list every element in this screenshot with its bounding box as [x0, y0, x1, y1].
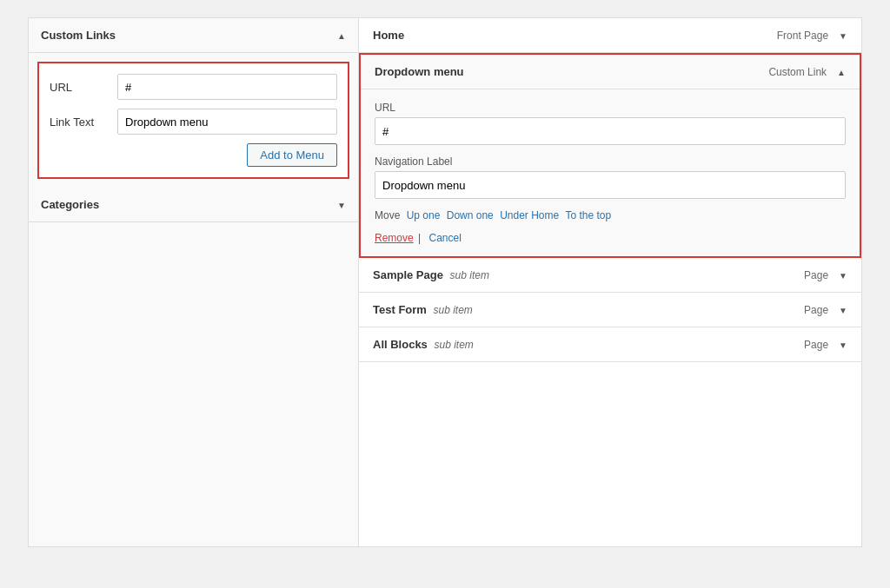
- custom-links-title: Custom Links: [41, 29, 116, 42]
- menu-item-sample: Sample Page sub item Page: [359, 258, 861, 293]
- testform-right: Page: [804, 303, 847, 316]
- separator: |: [418, 232, 421, 244]
- menu-item-testform-header[interactable]: Test Form sub item Page: [359, 293, 861, 327]
- move-up-one-link[interactable]: Up one: [407, 209, 441, 221]
- sample-sub-label: sub item: [450, 269, 489, 281]
- testform-chevron-icon: [839, 303, 847, 316]
- dropdown-nav-label: Navigation Label: [375, 155, 846, 168]
- move-to-top-link[interactable]: To the top: [566, 209, 612, 221]
- dropdown-title: Dropdown menu: [375, 65, 464, 78]
- sample-chevron-icon: [839, 268, 847, 281]
- move-row: Move Up one Down one Under Home To the t…: [375, 209, 846, 221]
- link-text-label: Link Text: [50, 116, 110, 129]
- dropdown-body: URL Navigation Label Move Up one Down on…: [361, 89, 860, 256]
- link-text-row: Link Text: [50, 109, 337, 135]
- left-panel: Custom Links URL Link Text Add to Menu C…: [29, 18, 359, 546]
- allblocks-chevron-icon: [839, 338, 847, 351]
- menu-item-allblocks-header[interactable]: All Blocks sub item Page: [359, 327, 861, 361]
- link-text-input[interactable]: [117, 109, 337, 135]
- page-container: Custom Links URL Link Text Add to Menu C…: [0, 0, 890, 588]
- move-under-home-link[interactable]: Under Home: [500, 209, 559, 221]
- dropdown-url-input[interactable]: [375, 117, 846, 145]
- home-title: Home: [373, 29, 404, 42]
- categories-title: Categories: [41, 198, 99, 211]
- dropdown-type: Custom Link: [768, 66, 827, 78]
- categories-chevron-down-icon: [337, 198, 346, 211]
- url-row: URL: [50, 74, 337, 100]
- custom-links-header[interactable]: Custom Links: [29, 18, 358, 53]
- move-down-one-link[interactable]: Down one: [447, 209, 494, 221]
- allblocks-sub-label: sub item: [434, 339, 473, 351]
- custom-links-body: URL Link Text Add to Menu: [37, 62, 349, 179]
- dropdown-right: Custom Link: [768, 65, 846, 78]
- main-wrapper: Custom Links URL Link Text Add to Menu C…: [28, 17, 862, 547]
- dropdown-url-label: URL: [375, 102, 846, 114]
- allblocks-type: Page: [804, 339, 828, 351]
- dropdown-nav-input[interactable]: [375, 171, 846, 199]
- sample-title: Sample Page sub item: [373, 268, 489, 281]
- categories-section: Categories: [29, 188, 358, 222]
- allblocks-right: Page: [804, 338, 847, 351]
- menu-item-dropdown: Dropdown menu Custom Link URL Navigation…: [359, 53, 861, 258]
- menu-item-allblocks: All Blocks sub item Page: [359, 327, 861, 362]
- home-right: Front Page: [777, 29, 847, 42]
- menu-item-dropdown-header[interactable]: Dropdown menu Custom Link: [361, 55, 860, 89]
- allblocks-title: All Blocks sub item: [373, 338, 474, 351]
- menu-item-home-header[interactable]: Home Front Page: [359, 18, 861, 52]
- custom-links-chevron-up-icon: [337, 29, 346, 42]
- remove-link[interactable]: Remove: [375, 232, 414, 244]
- testform-sub-label: sub item: [434, 304, 473, 316]
- url-input[interactable]: [117, 74, 337, 100]
- testform-type: Page: [804, 304, 828, 316]
- sample-type: Page: [804, 269, 828, 281]
- add-to-menu-button[interactable]: Add to Menu: [247, 143, 337, 167]
- dropdown-chevron-icon: [837, 65, 846, 78]
- action-row: Remove | Cancel: [375, 232, 846, 244]
- categories-header[interactable]: Categories: [29, 188, 358, 222]
- sample-right: Page: [804, 268, 847, 281]
- menu-item-testform: Test Form sub item Page: [359, 293, 861, 327]
- home-chevron-icon: [839, 29, 847, 42]
- url-label: URL: [50, 81, 110, 94]
- cancel-link[interactable]: Cancel: [429, 232, 462, 244]
- right-panel: Home Front Page Dropdown menu Custom Lin…: [359, 18, 861, 546]
- home-type: Front Page: [777, 30, 828, 42]
- testform-title: Test Form sub item: [373, 303, 473, 316]
- move-label: Move: [375, 209, 400, 221]
- menu-item-home: Home Front Page: [359, 18, 861, 53]
- menu-item-sample-header[interactable]: Sample Page sub item Page: [359, 258, 861, 292]
